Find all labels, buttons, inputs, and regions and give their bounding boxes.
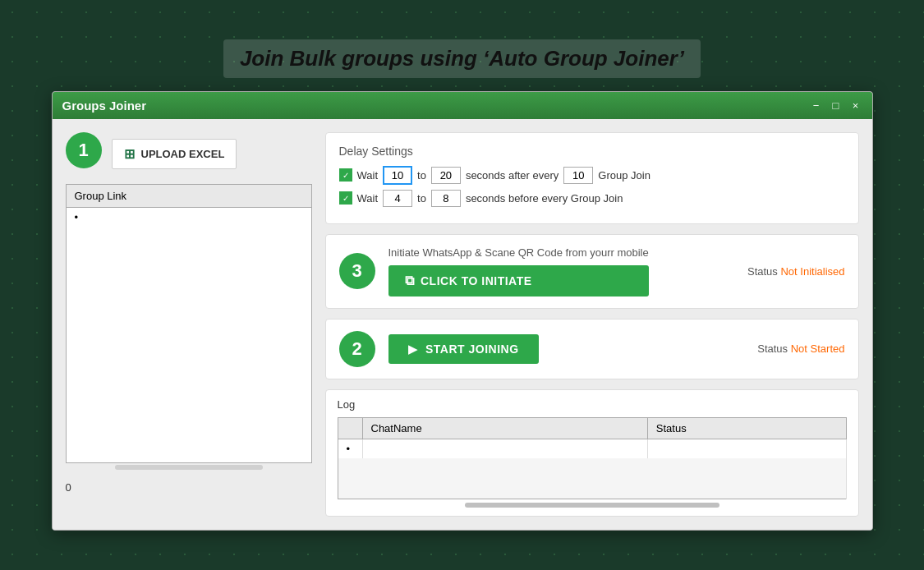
- log-title: Log: [338, 398, 847, 411]
- log-col-chatname: ChatName: [362, 417, 647, 439]
- right-panel: Delay Settings ✓ Wait to seconds after e…: [325, 132, 859, 517]
- initiate-icon: ⧉: [405, 274, 415, 288]
- step2-status-label: Status: [757, 342, 788, 355]
- to-label-1: to: [417, 169, 426, 182]
- page-title: Join Bulk groups using ‘Auto Group Joine…: [223, 39, 701, 78]
- step3-label: Initiate WhatsApp & Scane QR Code from y…: [388, 246, 649, 259]
- delay-suffix-2: seconds before every Group Join: [466, 192, 623, 205]
- step3-status: Status Not Initialised: [747, 265, 845, 278]
- start-joining-button[interactable]: ▶ START JOINING: [388, 334, 539, 364]
- log-section: Log ChatName Status •: [325, 389, 859, 517]
- step2-content: ▶ START JOINING: [388, 334, 539, 364]
- table-row: •: [66, 207, 311, 232]
- table-cell-bullet: •: [66, 207, 311, 232]
- step2-card: 2 ▶ START JOINING Status Not Started: [325, 319, 859, 379]
- delay-to-input-1[interactable]: [431, 167, 461, 184]
- app-window: Groups Joiner − □ × 1 ⊞ UPLOAD EXCEL: [52, 91, 873, 531]
- group-link-col-header: Group Link: [66, 184, 311, 207]
- log-row: •: [338, 439, 846, 458]
- step3-card: 3 Initiate WhatsApp & Scane QR Code from…: [325, 234, 859, 309]
- delay-from-input-2[interactable]: [383, 190, 412, 207]
- left-panel: 1 ⊞ UPLOAD EXCEL Group Link: [66, 132, 312, 517]
- table-scrollbar[interactable]: [115, 465, 263, 470]
- log-col-status: Status: [647, 417, 846, 439]
- delay-settings-card: Delay Settings ✓ Wait to seconds after e…: [325, 132, 859, 224]
- delay-row-1: ✓ Wait to seconds after every Group Join: [339, 166, 845, 185]
- log-scrollbar[interactable]: [465, 503, 719, 508]
- step3-status-label: Status: [747, 265, 778, 278]
- row-count: 0: [66, 481, 312, 494]
- window-controls: − □ ×: [810, 99, 862, 112]
- delay-checkbox-2[interactable]: ✓: [339, 191, 352, 205]
- log-status: [647, 439, 846, 458]
- window-title: Groups Joiner: [62, 99, 147, 113]
- window-body: 1 ⊞ UPLOAD EXCEL Group Link: [53, 119, 872, 531]
- delay-every-input-1[interactable]: [563, 167, 593, 184]
- play-icon: ▶: [408, 342, 418, 356]
- step2-status-value: Not Started: [791, 342, 845, 355]
- step3-content: Initiate WhatsApp & Scane QR Code from y…: [388, 246, 649, 296]
- close-button[interactable]: ×: [849, 99, 862, 112]
- titlebar: Groups Joiner − □ ×: [53, 92, 872, 119]
- wait-label-2: Wait: [357, 192, 379, 205]
- minimize-button[interactable]: −: [810, 99, 823, 112]
- delay-checkbox-1[interactable]: ✓: [339, 168, 352, 182]
- delay-from-input-1[interactable]: [383, 166, 412, 185]
- group-link-table: Group Link •: [66, 184, 312, 463]
- upload-button-label: UPLOAD EXCEL: [141, 148, 225, 160]
- start-joining-label: START JOINING: [425, 342, 519, 356]
- group-link-table-wrapper: Group Link •: [66, 177, 312, 470]
- log-table: ChatName Status •: [338, 417, 847, 500]
- step1-row: 1 ⊞ UPLOAD EXCEL: [66, 132, 312, 169]
- step2-circle: 2: [339, 331, 375, 367]
- delay-suffix-1: seconds after every: [466, 169, 559, 182]
- to-label-2: to: [417, 192, 426, 205]
- maximize-button[interactable]: □: [830, 99, 843, 112]
- step3-status-value: Not Initialised: [780, 265, 844, 278]
- upload-excel-button[interactable]: ⊞ UPLOAD EXCEL: [112, 139, 237, 169]
- log-filler: [338, 458, 846, 499]
- delay-settings-title: Delay Settings: [339, 145, 845, 158]
- delay-to-input-2[interactable]: [431, 190, 461, 207]
- step1-circle: 1: [66, 132, 102, 168]
- delay-row-2: ✓ Wait to seconds before every Group Joi…: [339, 190, 845, 207]
- log-col-bullet: [338, 417, 362, 439]
- delay-unit-1: Group Join: [598, 169, 650, 182]
- log-bullet: •: [338, 439, 362, 458]
- excel-icon: ⊞: [124, 146, 135, 162]
- initiate-button[interactable]: ⧉ CLICK TO INITIATE: [388, 265, 649, 296]
- step3-circle: 3: [339, 253, 375, 289]
- step2-status: Status Not Started: [757, 342, 844, 355]
- wait-label-1: Wait: [357, 169, 379, 182]
- log-chatname: [362, 439, 647, 458]
- initiate-button-label: CLICK TO INITIATE: [421, 274, 532, 287]
